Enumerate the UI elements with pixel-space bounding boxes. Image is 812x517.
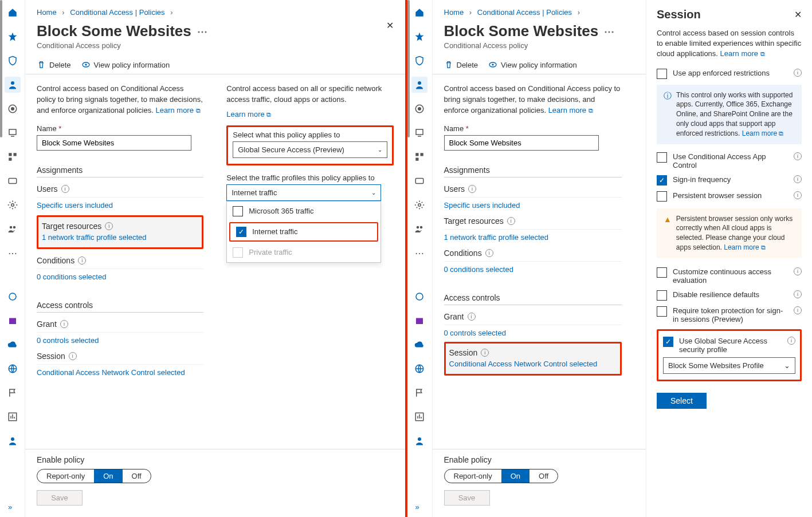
grant-value[interactable]: 0 controls selected — [37, 336, 203, 345]
globe2-icon[interactable] — [411, 361, 427, 377]
conditions-row[interactable]: Conditions i — [444, 248, 622, 262]
user-icon[interactable] — [5, 77, 21, 93]
more-actions-icon[interactable]: ⋯ — [197, 25, 207, 38]
learn-more-link[interactable]: Learn more ⧉ — [724, 243, 766, 251]
check-token-protection[interactable]: Require token protection for sign-in ses… — [657, 306, 802, 323]
user-icon[interactable] — [411, 77, 427, 93]
conditions-row[interactable]: Conditions i — [37, 256, 203, 269]
device-icon[interactable] — [5, 125, 21, 141]
learn-more-link[interactable]: Learn more ⧉ — [548, 106, 593, 115]
apps-icon[interactable] — [411, 149, 427, 165]
check-app-enforced[interactable]: Use app enforced restrictionsi — [657, 69, 802, 79]
info-icon[interactable]: i — [794, 191, 802, 199]
toggle-on[interactable]: On — [501, 469, 529, 483]
breadcrumb-home[interactable]: Home — [444, 8, 464, 17]
person2-icon[interactable] — [5, 433, 21, 449]
security-icon[interactable] — [5, 101, 21, 117]
gear-icon[interactable] — [411, 197, 427, 213]
breadcrumb-policies[interactable]: Conditional Access | Policies — [477, 8, 572, 17]
info-icon[interactable]: i — [787, 337, 795, 345]
chart-icon[interactable] — [5, 409, 21, 425]
expand-nav-icon[interactable]: » — [415, 503, 419, 511]
info-icon[interactable]: i — [468, 313, 476, 321]
check-persistent-browser[interactable]: Persistent browser sessioni — [657, 191, 802, 202]
toggle-report-only[interactable]: Report-only — [37, 469, 94, 483]
option-internet[interactable]: ✓Internet traffic — [234, 226, 374, 238]
group-icon[interactable] — [5, 221, 21, 237]
check-cae[interactable]: Customize continuous access evaluationi — [657, 267, 802, 285]
users-value[interactable]: Specific users included — [37, 201, 203, 210]
learn-more-link[interactable]: Learn more ⧉ — [155, 106, 200, 115]
select-button[interactable]: Select — [657, 393, 707, 409]
security-icon[interactable] — [411, 101, 427, 117]
info-icon[interactable]: i — [485, 249, 493, 257]
defender-icon[interactable] — [411, 289, 427, 305]
more-actions-icon[interactable]: ⋯ — [604, 25, 614, 38]
target-resources-value[interactable]: 1 network traffic profile selected — [38, 233, 202, 247]
defender-icon[interactable] — [5, 289, 21, 305]
info-icon[interactable]: i — [69, 352, 77, 360]
device-icon[interactable] — [411, 125, 427, 141]
grant-row[interactable]: Grant i — [444, 312, 622, 325]
flag-icon[interactable] — [5, 385, 21, 401]
globe2-icon[interactable] — [5, 361, 21, 377]
box-icon[interactable] — [5, 313, 21, 329]
home-icon[interactable] — [5, 5, 21, 21]
session-row[interactable]: Session i — [446, 344, 620, 360]
grant-value[interactable]: 0 controls selected — [444, 329, 622, 337]
enable-policy-toggle[interactable]: Report-only On Off — [444, 469, 559, 483]
cloud-icon[interactable] — [5, 337, 21, 353]
info-icon[interactable]: i — [78, 256, 86, 265]
breadcrumb-policies[interactable]: Conditional Access | Policies — [70, 8, 164, 17]
chart-icon[interactable] — [411, 409, 427, 425]
learn-more-link[interactable]: Learn more ⧉ — [226, 110, 393, 119]
info-icon[interactable]: i — [481, 349, 489, 357]
grant-row[interactable]: Grant i — [37, 319, 203, 333]
toggle-off[interactable]: Off — [123, 469, 151, 483]
gear-icon[interactable] — [5, 197, 21, 213]
flag-icon[interactable] — [411, 385, 427, 401]
conditions-value[interactable]: 0 conditions selected — [444, 265, 622, 274]
close-icon[interactable]: ✕ — [794, 9, 802, 20]
session-value[interactable]: Conditional Access Network Control selec… — [37, 368, 203, 377]
id-icon[interactable] — [411, 173, 427, 189]
delete-button[interactable]: Delete — [37, 60, 71, 69]
toggle-report-only[interactable]: Report-only — [445, 469, 501, 483]
conditions-value[interactable]: 0 conditions selected — [37, 273, 203, 281]
info-icon[interactable]: i — [468, 185, 476, 193]
session-value[interactable]: Conditional Access Network Control selec… — [446, 360, 620, 374]
cloud-icon[interactable] — [411, 337, 427, 353]
users-row[interactable]: Users i — [37, 184, 203, 198]
check-gsa-profile[interactable]: ✓Use Global Secure Access security profi… — [663, 337, 795, 354]
session-row[interactable]: Session i — [37, 352, 203, 365]
learn-more-link[interactable]: Learn more ⧉ — [720, 49, 765, 58]
more-icon[interactable]: ⋯ — [5, 245, 21, 261]
check-resilience[interactable]: Disable resilience defaultsi — [657, 290, 802, 301]
apps-icon[interactable] — [5, 149, 21, 165]
policy-applies-select[interactable]: Global Secure Access (Preview)⌄ — [233, 141, 387, 158]
toggle-on[interactable]: On — [94, 469, 122, 483]
star-icon[interactable] — [5, 29, 21, 45]
info-icon[interactable]: i — [794, 306, 802, 314]
name-input[interactable] — [37, 135, 191, 151]
shield-icon[interactable] — [411, 53, 427, 69]
target-resources-row[interactable]: Target resources i — [444, 216, 622, 230]
more-icon[interactable]: ⋯ — [411, 245, 427, 261]
check-app-control[interactable]: Use Conditional Access App Controli — [657, 152, 802, 169]
users-row[interactable]: Users i — [444, 184, 622, 198]
target-resources-row[interactable]: Target resources i — [38, 217, 202, 233]
id-icon[interactable] — [5, 173, 21, 189]
expand-nav-icon[interactable]: » — [8, 503, 12, 511]
info-icon[interactable]: i — [794, 175, 802, 183]
view-info-button[interactable]: View policy information — [488, 60, 577, 69]
view-info-button[interactable]: View policy information — [81, 60, 170, 69]
person2-icon[interactable] — [411, 433, 427, 449]
check-signin-freq[interactable]: ✓Sign-in frequencyi — [657, 175, 802, 186]
toggle-off[interactable]: Off — [529, 469, 558, 483]
info-icon[interactable]: i — [61, 185, 69, 193]
users-value[interactable]: Specific users included — [444, 201, 622, 210]
info-icon[interactable]: i — [105, 222, 113, 230]
box-icon[interactable] — [411, 313, 427, 329]
close-icon[interactable]: ✕ — [386, 20, 394, 31]
info-icon[interactable]: i — [60, 320, 68, 328]
